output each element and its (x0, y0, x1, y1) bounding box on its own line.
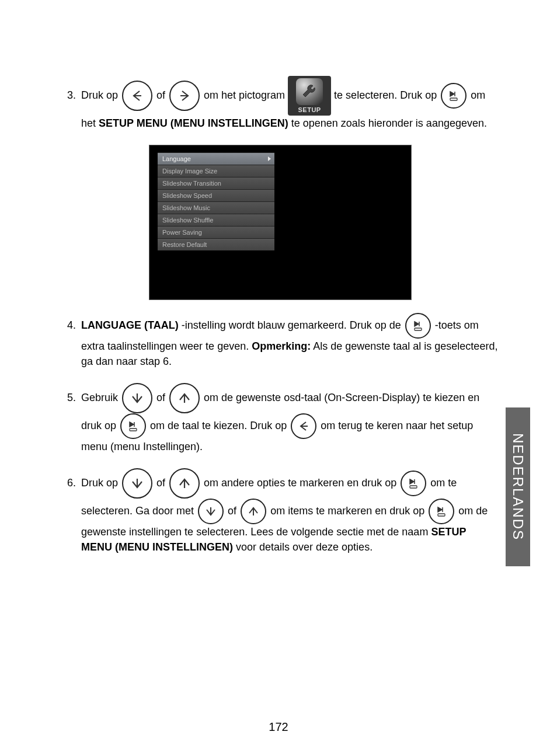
step-5: 5.Gebruik of om de gewenste osd-taal (On… (67, 383, 499, 454)
arrow-up-icon (169, 383, 200, 413)
bold-text: LANGUAGE (TAAL) (81, 319, 179, 331)
setup-menu-screenshot: LanguageDisplay Image SizeSlideshow Tran… (149, 145, 412, 300)
setup-label: SETUP (288, 106, 331, 114)
wrench-icon (296, 78, 323, 105)
text: of (154, 89, 168, 101)
step-3: 3.Druk op of om het pictogram SETUP te s… (67, 76, 499, 131)
play-pause-icon (441, 83, 467, 109)
menu-item: Slideshow Shuffle (158, 214, 274, 226)
svg-rect-3 (410, 486, 417, 488)
text: -instelling wordt blauw gemarkeerd. Druk… (179, 319, 404, 331)
svg-rect-4 (438, 514, 445, 516)
arrow-up-icon (169, 468, 200, 499)
text: of (225, 505, 239, 517)
text: Druk op (81, 477, 121, 489)
text: of (154, 392, 168, 403)
text: Druk op (81, 89, 121, 101)
play-pause-icon (401, 471, 426, 496)
text: of (154, 477, 168, 489)
page-content: 3.Druk op of om het pictogram SETUP te s… (67, 76, 499, 569)
svg-rect-0 (450, 98, 457, 100)
play-pause-icon (429, 499, 454, 524)
arrow-up-icon (241, 499, 266, 524)
step-6: 6.Druk op of om andere opties te markere… (67, 468, 499, 555)
arrow-left-icon (122, 81, 152, 111)
svg-rect-2 (130, 428, 137, 431)
text: om het pictogram (201, 89, 288, 101)
play-pause-icon (405, 313, 431, 339)
menu-list: LanguageDisplay Image SizeSlideshow Tran… (158, 152, 274, 250)
step-number: 6. (67, 475, 81, 490)
text: voor details over deze opties. (233, 541, 373, 553)
play-pause-icon (120, 413, 146, 439)
step-4: 4.LANGUAGE (TAAL) -instelling wordt blau… (67, 313, 499, 369)
menu-item: Language (158, 152, 274, 165)
chevron-right-icon (268, 156, 271, 161)
text: om andere opties te markeren en druk op (201, 477, 399, 489)
text: om items te markeren en druk op (267, 505, 427, 517)
setup-pictogram: SETUP (288, 76, 331, 116)
step-number: 5. (67, 390, 81, 405)
menu-item: Display Image Size (158, 165, 274, 177)
text: te openen zoals hieronder is aangegeven. (288, 117, 487, 129)
text: om de taal te kiezen. Druk op (147, 420, 290, 431)
menu-item: Slideshow Transition (158, 177, 274, 189)
arrow-left-icon (291, 413, 316, 439)
bold-text: SETUP MENU (MENU INSTELLINGEN) (99, 117, 288, 129)
menu-item: Slideshow Speed (158, 189, 274, 201)
language-tab-label: NEDERLANDS (510, 433, 526, 541)
svg-rect-1 (415, 328, 422, 330)
bold-text: Opmerking: (252, 340, 311, 352)
arrow-down-icon (198, 499, 224, 524)
language-tab: NEDERLANDS (506, 407, 530, 566)
step-number: 4. (67, 318, 81, 333)
text: te selecteren. Druk op (331, 89, 440, 101)
arrow-down-icon (122, 468, 152, 499)
menu-item: Restore Default (158, 238, 274, 250)
menu-item: Power Saving (158, 226, 274, 238)
menu-item: Slideshow Music (158, 201, 274, 214)
page-number: 172 (0, 720, 557, 734)
step-number: 3. (67, 88, 81, 103)
arrow-down-icon (122, 383, 152, 413)
arrow-right-icon (169, 81, 200, 111)
text: Gebruik (81, 392, 121, 403)
